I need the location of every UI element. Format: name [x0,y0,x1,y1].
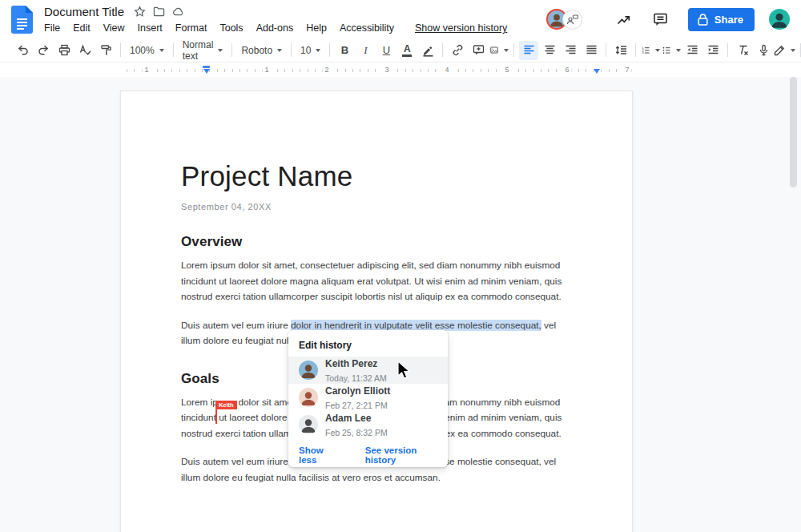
chevron-down-icon [504,49,509,52]
menu-format[interactable]: Format [169,22,214,34]
caret-name-flag: Keith [215,401,237,409]
caret-line [215,409,217,424]
menu-tools[interactable]: Tools [213,22,249,34]
divider [291,43,292,57]
bold-button[interactable]: B [335,41,354,60]
font-family-value: Roboto [241,45,272,56]
star-icon[interactable] [134,6,146,18]
move-folder-icon[interactable] [153,6,165,18]
paragraph-style-value: Normal text [183,39,214,62]
spellcheck-button[interactable] [75,41,95,60]
undo-button[interactable] [13,41,32,60]
menu-addons[interactable]: Add-ons [250,22,300,34]
add-comment-button[interactable] [469,41,488,60]
ruler-number: 4 [442,65,451,75]
ruler-number: 5 [502,65,511,75]
entry-time: Today, 11:32 AM [325,373,387,383]
selection-pre-text: Duis autem vel eum iriure [181,320,291,331]
share-button[interactable]: Share [688,8,755,31]
underline-button[interactable]: U [376,41,396,60]
ruler[interactable]: 1 1 2 3 4 5 6 7 [0,63,801,77]
highlight-color-button[interactable] [418,41,437,60]
editing-mode-button[interactable] [773,41,795,60]
text-color-a: A [404,44,411,54]
profile-avatar[interactable] [769,9,790,30]
lock-icon [698,14,708,26]
align-center-button[interactable] [540,41,559,60]
entry-name: Carolyn Elliott [325,385,390,397]
menu-file[interactable]: File [44,22,66,34]
chevron-down-icon [218,49,223,52]
color-swatch [402,54,412,57]
ruler-number: 7 [622,65,631,75]
text-color-button[interactable]: A [397,41,417,60]
entry-avatar [299,415,318,434]
open-comments-icon[interactable] [651,10,670,29]
menu-bar: File Edit View Insert Format Tools Add-o… [44,20,507,36]
edit-history-entry[interactable]: Carolyn ElliottFeb 27, 2:21 PM [288,384,448,411]
line-spacing-button[interactable] [611,41,630,60]
right-indent-marker[interactable] [594,69,600,74]
edit-history-popup: Edit history Keith PerezToday, 11:32 AM … [288,330,448,467]
edit-history-entry[interactable]: Keith PerezToday, 11:32 AM [288,357,448,384]
voice-typing-button[interactable] [754,41,773,60]
doc-title[interactable]: Project Name [181,159,568,193]
align-right-button[interactable] [561,41,580,60]
chevron-down-icon [791,49,795,52]
divider [513,43,514,57]
join-call-badge-icon[interactable] [562,10,582,30]
left-indent-marker[interactable] [203,66,210,74]
entry-name: Keith Perez [325,358,377,369]
menu-view[interactable]: View [97,22,131,34]
overview-text: Lorem ipsum dolor sit amet, consectetuer… [181,260,562,302]
overview-paragraph[interactable]: Lorem ipsum dolor sit amet, consectetuer… [181,258,566,305]
bulleted-list-button[interactable] [662,41,681,60]
zoom-select[interactable]: 100% [126,41,168,60]
ruler-number: 1 [262,65,271,75]
cloud-saved-icon[interactable] [172,6,184,18]
doc-date[interactable]: September 04, 20XX [181,201,568,212]
redo-button[interactable] [34,41,53,60]
divider [442,43,443,57]
insert-link-button[interactable] [448,41,467,60]
font-family-select[interactable]: Roboto [237,41,286,60]
clear-formatting-button[interactable] [733,41,752,60]
divider [231,43,232,57]
show-less-link[interactable]: Show less [299,445,343,465]
increase-indent-button[interactable] [703,41,723,60]
ruler-number: 3 [382,65,391,75]
menu-accessibility[interactable]: Accessibility [333,22,400,34]
vertical-scrollbar[interactable] [790,77,797,187]
overview-heading[interactable]: Overview [181,233,568,251]
show-version-history-link[interactable]: Show version history [415,22,507,34]
document-canvas: Project Name September 04, 20XX Overview… [0,77,801,532]
ruler-number: 6 [562,65,571,75]
entry-time: Feb 27, 2:21 PM [325,401,388,410]
italic-button[interactable]: I [356,41,375,60]
divider [635,43,636,57]
justify-button[interactable] [582,41,601,60]
edit-history-entry[interactable]: Adam LeeFeb 25, 8:32 PM [288,411,448,438]
paint-format-button[interactable] [96,41,115,60]
font-size-select[interactable]: 10 [296,41,324,60]
chevron-down-icon [277,49,282,52]
document-title[interactable]: Document Title [44,5,124,18]
insert-image-button[interactable] [489,41,509,60]
print-button[interactable] [54,41,74,60]
see-version-history-link[interactable]: See version history [365,445,448,465]
align-left-button[interactable] [519,41,538,60]
decrease-indent-button[interactable] [682,41,702,60]
docs-logo-icon[interactable] [11,6,33,34]
chevron-down-icon [316,49,320,52]
menu-help[interactable]: Help [300,22,333,34]
divider [329,43,330,57]
font-size-value: 10 [300,45,311,56]
entry-avatar [299,388,318,407]
menu-edit[interactable]: Edit [66,22,97,34]
numbered-list-button[interactable]: 123 [641,41,660,60]
paragraph-style-select[interactable]: Normal text [179,41,227,60]
menu-insert[interactable]: Insert [131,22,169,34]
activity-dashboard-icon[interactable] [614,10,634,29]
toolbar: 100% Normal text Roboto 10 B I U A [0,38,801,62]
divider [120,43,121,57]
